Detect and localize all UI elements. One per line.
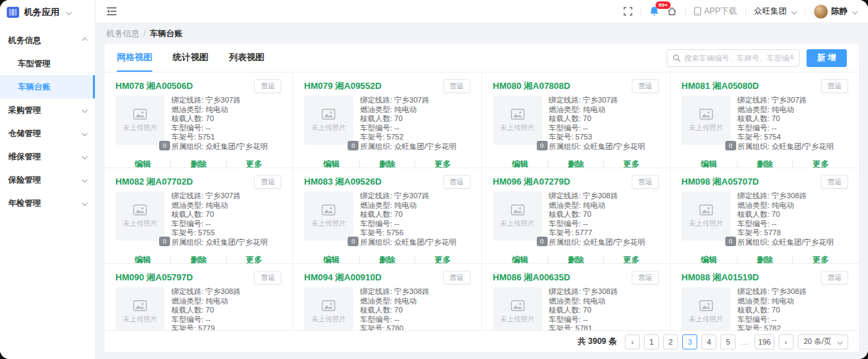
more-button[interactable]: 更多 <box>415 254 470 265</box>
edit-button[interactable]: 编辑 <box>304 254 359 265</box>
status-badge[interactable]: 营运 <box>632 271 659 284</box>
status-badge[interactable]: 营运 <box>821 271 848 284</box>
photo-placeholder[interactable]: 未上传照片 0 <box>115 287 165 330</box>
app-logo-row[interactable]: 机务应用 <box>0 0 95 25</box>
fullscreen-icon[interactable] <box>624 7 632 16</box>
next-page-button[interactable]: › <box>779 334 794 349</box>
photo-placeholder[interactable]: 未上传照片 0 <box>304 96 353 145</box>
vehicle-details: 绑定线路:宁乡308路 燃油类型:纯电动 核载人数:70 车型编号:-- 车架号… <box>738 287 834 330</box>
edit-button[interactable]: 编辑 <box>115 254 170 265</box>
vehicle-title[interactable]: HM098 湘A05707D <box>682 176 759 188</box>
app-download-button[interactable]: APP下载 <box>694 5 737 17</box>
search-input[interactable] <box>684 54 794 62</box>
photo-placeholder[interactable]: 未上传照片 0 <box>493 96 542 145</box>
model-code-value: -- <box>206 124 210 132</box>
notification-bell-icon[interactable]: 99+ <box>649 6 659 16</box>
delete-button[interactable]: 删除 <box>171 254 225 265</box>
tab-grid-view[interactable]: 网格视图 <box>117 44 152 72</box>
route-label: 绑定线路: <box>360 287 392 295</box>
status-badge[interactable]: 营运 <box>254 175 281 189</box>
delete-button[interactable]: 删除 <box>360 254 415 265</box>
photo-placeholder[interactable]: 未上传照片 0 <box>115 96 165 145</box>
photo-placeholder[interactable]: 未上传照片 0 <box>304 287 353 330</box>
status-badge[interactable]: 营运 <box>821 79 848 93</box>
status-badge[interactable]: 营运 <box>632 79 659 93</box>
collapse-sidebar-icon[interactable] <box>107 7 117 16</box>
more-button[interactable]: 更多 <box>415 159 470 169</box>
breadcrumb-parent[interactable]: 机务信息 <box>107 28 139 40</box>
sidebar-item-annual-inspection[interactable]: 年检管理 <box>0 191 95 215</box>
photo-placeholder[interactable]: 未上传照片 0 <box>304 191 353 241</box>
status-badge[interactable]: 营运 <box>443 175 471 189</box>
vehicle-details: 绑定线路:宁乡308路 燃油类型:纯电动 核载人数:70 车型编号:-- 车架号… <box>549 191 645 247</box>
delete-button[interactable]: 删除 <box>738 159 793 169</box>
more-button[interactable]: 更多 <box>793 159 848 169</box>
model-code-label: 车型编号: <box>549 220 581 228</box>
tab-stats-view[interactable]: 统计视图 <box>173 44 208 72</box>
vehicle-title[interactable]: HM096 湘A07279D <box>493 176 570 188</box>
page-button-2[interactable]: 2 <box>663 334 678 349</box>
vehicle-title[interactable]: HM088 湘A01519D <box>682 271 759 284</box>
vehicle-title[interactable]: HM090 湘A05797D <box>115 271 193 284</box>
page-button-last[interactable]: 196 <box>755 334 774 349</box>
home-icon[interactable] <box>667 7 677 16</box>
edit-button[interactable]: 编辑 <box>682 254 737 265</box>
tab-list-view[interactable]: 列表视图 <box>229 44 264 72</box>
delete-button[interactable]: 删除 <box>738 254 793 265</box>
status-badge[interactable]: 营运 <box>443 79 471 93</box>
photo-placeholder[interactable]: 未上传照片 0 <box>493 191 542 241</box>
more-button[interactable]: 更多 <box>604 159 658 169</box>
photo-placeholder[interactable]: 未上传照片 0 <box>682 287 731 330</box>
sidebar-item-warehouse[interactable]: 仓储管理 <box>0 122 95 145</box>
user-menu[interactable]: 陈静 <box>813 4 857 19</box>
status-badge[interactable]: 营运 <box>254 79 281 93</box>
page-button-4[interactable]: 4 <box>701 334 716 349</box>
sidebar-item-vehicle-model[interactable]: 车型管理 <box>0 52 95 75</box>
vehicle-title[interactable]: HM086 湘A00635D <box>493 271 570 284</box>
vehicle-title[interactable]: HM081 湘A05080D <box>682 80 759 92</box>
capacity-value: 70 <box>772 210 780 218</box>
delete-button[interactable]: 删除 <box>548 159 603 169</box>
card-actions: 编辑 删除 更多 <box>304 156 470 168</box>
vehicle-title[interactable]: HM079 湘A09552D <box>304 80 381 92</box>
prev-page-button[interactable]: ‹ <box>625 334 640 349</box>
edit-button[interactable]: 编辑 <box>682 159 737 169</box>
status-badge[interactable]: 营运 <box>821 175 848 189</box>
sidebar-item-vehicle-ledger[interactable]: 车辆台账 <box>0 75 95 98</box>
photo-placeholder[interactable]: 未上传照片 0 <box>115 191 165 241</box>
status-badge[interactable]: 营运 <box>443 271 471 284</box>
vehicle-title[interactable]: HM094 湘A00910D <box>304 271 381 284</box>
add-button[interactable]: 新 增 <box>807 49 847 67</box>
more-button[interactable]: 更多 <box>227 254 281 265</box>
status-badge[interactable]: 营运 <box>632 175 659 189</box>
vehicle-title[interactable]: HM083 湘A09526D <box>304 176 381 188</box>
page-ellipsis[interactable]: ... <box>740 338 751 346</box>
page-button-1[interactable]: 1 <box>644 334 659 349</box>
sidebar-item-jiwu-info[interactable]: 机务信息 <box>0 29 95 52</box>
edit-button[interactable]: 编辑 <box>493 159 548 169</box>
page-size-select[interactable]: 20 条/页 <box>798 334 848 349</box>
fuel-label: 燃油类型: <box>360 105 392 114</box>
edit-button[interactable]: 编辑 <box>493 254 548 265</box>
sidebar-item-maintenance[interactable]: 维保管理 <box>0 145 95 168</box>
delete-button[interactable]: 删除 <box>171 159 225 169</box>
edit-button[interactable]: 编辑 <box>115 159 170 169</box>
edit-button[interactable]: 编辑 <box>304 159 359 169</box>
vehicle-title[interactable]: HM080 湘A07808D <box>493 80 570 92</box>
vehicle-title[interactable]: HM078 湘A00506D <box>115 80 193 92</box>
sidebar-item-insurance[interactable]: 保险管理 <box>0 168 95 191</box>
more-button[interactable]: 更多 <box>227 159 281 169</box>
status-badge[interactable]: 营运 <box>254 271 281 284</box>
more-button[interactable]: 更多 <box>793 254 848 265</box>
photo-placeholder[interactable]: 未上传照片 0 <box>493 287 542 330</box>
sidebar-item-purchase[interactable]: 采购管理 <box>0 98 95 122</box>
delete-button[interactable]: 删除 <box>360 159 415 169</box>
delete-button[interactable]: 删除 <box>548 254 603 265</box>
page-button-5[interactable]: 5 <box>720 334 736 349</box>
photo-placeholder[interactable]: 未上传照片 0 <box>682 96 731 145</box>
org-selector[interactable]: 众旺集团 <box>754 5 796 17</box>
page-button-3-active[interactable]: 3 <box>682 334 697 349</box>
photo-placeholder[interactable]: 未上传照片 0 <box>682 191 731 241</box>
vehicle-title[interactable]: HM082 湘A07702D <box>115 176 193 188</box>
more-button[interactable]: 更多 <box>604 254 658 265</box>
